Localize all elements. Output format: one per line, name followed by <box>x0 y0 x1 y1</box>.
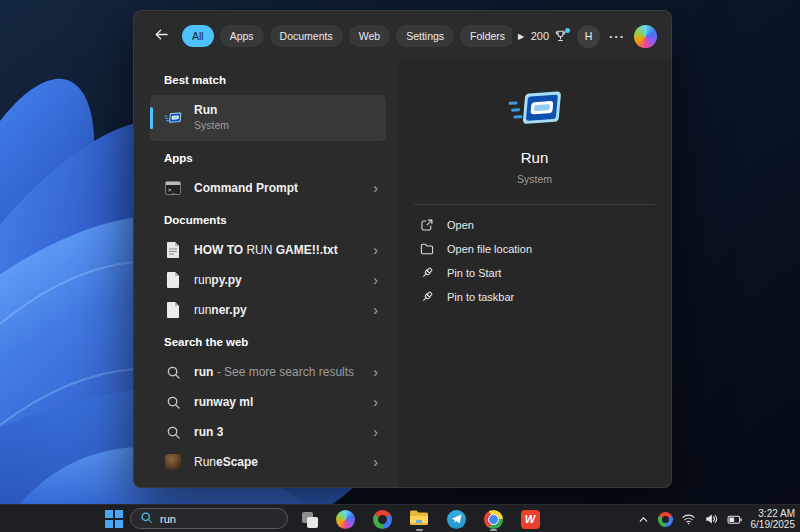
copilot-icon <box>336 510 355 529</box>
preview-panel: Run System OpenOpen file locationPin to … <box>398 61 671 487</box>
result-label: runway ml <box>194 396 253 409</box>
tray-expand-button[interactable] <box>637 513 650 526</box>
filter-tab-settings[interactable]: Settings <box>396 25 454 47</box>
preview-actions: OpenOpen file locationPin to StartPin to… <box>398 211 671 311</box>
action-open[interactable]: Open <box>406 213 663 237</box>
file-explorer-button[interactable] <box>408 508 430 530</box>
battery-icon[interactable] <box>727 513 743 526</box>
task-view-icon <box>300 510 318 528</box>
section-heading: Apps <box>164 152 386 164</box>
copilot-icon[interactable] <box>634 25 657 48</box>
wifi-icon[interactable] <box>681 512 696 526</box>
folder-icon <box>420 242 434 256</box>
action-pin-to-taskbar[interactable]: Pin to taskbar <box>406 285 663 309</box>
task-view-button[interactable] <box>298 508 320 530</box>
rewards-trophy-icon <box>553 29 568 44</box>
telegram-icon <box>447 510 466 529</box>
result-item[interactable]: run - See more search results› <box>150 357 386 387</box>
chevron-right-icon: › <box>367 181 378 195</box>
result-item[interactable]: >_Command Prompt› <box>150 173 386 203</box>
action-label: Pin to taskbar <box>447 291 514 303</box>
txt-icon <box>164 241 182 259</box>
file-explorer-icon <box>409 509 429 530</box>
chevron-right-icon: › <box>367 303 378 317</box>
action-label: Open <box>447 219 474 231</box>
tray-time: 3:22 AM <box>751 508 796 520</box>
result-item[interactable]: RuneScape› <box>150 447 386 477</box>
result-item[interactable]: runner.py› <box>150 295 386 325</box>
copilot-taskbar-button[interactable] <box>334 508 356 530</box>
wps-office-button[interactable]: W <box>519 508 541 530</box>
preview-app-type: System <box>517 173 552 185</box>
filter-tab-all[interactable]: All <box>182 25 214 47</box>
chevron-right-icon: › <box>367 243 378 257</box>
windows-start-button[interactable] <box>103 508 125 530</box>
more-filters-button[interactable]: ▶ <box>518 32 524 41</box>
result-subtitle: System <box>194 119 229 132</box>
result-label: run - See more search results <box>194 366 354 379</box>
topbar-right-cluster: 200 H ··· <box>531 25 657 48</box>
taskbar: run W <box>0 504 800 532</box>
result-item[interactable]: runpy.py› <box>150 265 386 295</box>
result-label: RuneScape <box>194 456 258 469</box>
action-open-file-location[interactable]: Open file location <box>406 237 663 261</box>
result-label: run 3 <box>194 426 223 439</box>
chrome-button[interactable] <box>482 508 504 530</box>
cmd-icon: >_ <box>164 179 182 197</box>
filter-tabs: AllAppsDocumentsWebSettingsFoldersPh <box>182 25 512 47</box>
result-label: runner.py <box>194 304 247 317</box>
preview-app-name: Run <box>521 149 549 166</box>
action-pin-to-start[interactable]: Pin to Start <box>406 261 663 285</box>
running-indicator-chrome <box>490 529 497 531</box>
chevron-right-icon: › <box>367 455 378 469</box>
browser-icon <box>373 510 392 529</box>
wps-office-icon: W <box>521 510 540 529</box>
telegram-button[interactable] <box>445 508 467 530</box>
search-filter-bar: AllAppsDocumentsWebSettingsFoldersPh ▶ 2… <box>134 11 671 61</box>
chrome-tray-icon[interactable] <box>658 512 673 527</box>
file-icon <box>164 271 182 289</box>
rewards-badge <box>565 28 570 33</box>
section-heading: Search the web <box>164 336 386 348</box>
result-item[interactable]: RunSystem <box>150 95 386 141</box>
browser-taskbar-button[interactable] <box>371 508 393 530</box>
result-item[interactable]: HOW TO RUN GAME!!.txt› <box>150 235 386 265</box>
search-icon <box>140 511 153 526</box>
search-icon <box>164 423 182 441</box>
section-heading: Best match <box>164 74 386 86</box>
account-avatar[interactable]: H <box>577 25 600 48</box>
chevron-right-icon: › <box>367 395 378 409</box>
taskbar-search-value: run <box>160 513 176 525</box>
more-options-button[interactable]: ··· <box>609 29 625 44</box>
rewards-button[interactable]: 200 <box>531 29 568 44</box>
chevron-right-icon: › <box>367 365 378 379</box>
chevron-right-icon: › <box>367 273 378 287</box>
filter-tab-documents[interactable]: Documents <box>270 25 343 47</box>
search-icon <box>164 363 182 381</box>
chevron-right-icon: › <box>367 425 378 439</box>
result-item[interactable]: run 3› <box>150 417 386 447</box>
filter-tab-web[interactable]: Web <box>349 25 390 47</box>
taskbar-search-box[interactable]: run <box>130 508 288 529</box>
run-app-icon <box>507 89 563 133</box>
filter-tab-apps[interactable]: Apps <box>220 25 264 47</box>
runescape-icon <box>164 453 182 471</box>
windows-logo-icon <box>105 510 123 528</box>
volume-icon[interactable] <box>704 512 719 526</box>
filter-tab-folders[interactable]: Folders <box>460 25 512 47</box>
svg-text:>_: >_ <box>168 186 176 194</box>
back-arrow-icon <box>154 27 169 46</box>
result-label: Command Prompt <box>194 182 298 195</box>
action-label: Pin to Start <box>447 267 501 279</box>
back-button[interactable] <box>148 23 174 49</box>
taskbar-clock[interactable]: 3:22 AM 6/19/2025 <box>751 508 796 531</box>
search-flyout-window: AllAppsDocumentsWebSettingsFoldersPh ▶ 2… <box>133 10 672 488</box>
tray-date: 6/19/2025 <box>751 519 796 531</box>
results-list: Best matchRunSystemApps>_Command Prompt›… <box>134 61 398 487</box>
action-label: Open file location <box>447 243 532 255</box>
result-label: RunSystem <box>194 104 229 132</box>
search-icon <box>164 393 182 411</box>
result-item[interactable]: runway ml› <box>150 387 386 417</box>
run-icon <box>164 109 182 127</box>
pin-icon <box>420 266 434 280</box>
